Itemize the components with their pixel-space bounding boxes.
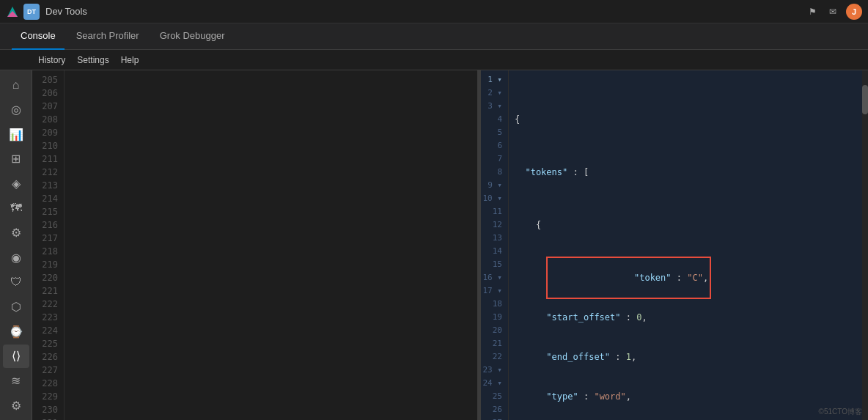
code-line-213 xyxy=(70,416,477,420)
sidebar-graph[interactable]: ⬡ xyxy=(3,295,29,319)
code-line-206 xyxy=(70,139,477,152)
sidebar-siem[interactable]: 🛡 xyxy=(3,270,29,294)
ln-206: 206 xyxy=(32,86,58,100)
ln-205: 205 xyxy=(32,73,58,86)
ln-207: 207 xyxy=(32,100,58,113)
ln-208: 208 xyxy=(32,113,58,126)
left-pane-content: 205 206 207 208 209 210 211 212 213 214 … xyxy=(32,70,477,420)
top-bar: DT Dev Tools ⚑ ✉ J xyxy=(0,0,868,23)
left-line-numbers: 205 206 207 208 209 210 211 212 213 214 … xyxy=(32,70,65,420)
rcode-2: "tokens" : [ xyxy=(515,166,862,179)
code-line-205 xyxy=(70,100,477,113)
rln-24: 24 ▾ xyxy=(481,377,502,390)
tab-search-profiler[interactable]: Search Profiler xyxy=(67,23,148,50)
nav-tabs: Console Search Profiler Grok Debugger xyxy=(0,23,868,50)
ln-224: 224 xyxy=(32,324,58,337)
rln-23: 23 ▾ xyxy=(481,364,502,377)
sidebar-apm[interactable]: ◉ xyxy=(3,246,29,269)
share-icon[interactable]: ⚑ xyxy=(805,4,820,19)
main-layout: ⌂ ◎ 📊 ⊞ ◈ 🗺 ⚙ ◉ 🛡 ⬡ ⌚ ⟨⟩ ≋ ⚙ 205 206 207… xyxy=(0,70,868,420)
rln-7: 7 xyxy=(481,152,502,166)
ln-211: 211 xyxy=(32,152,58,166)
ln-210: 210 xyxy=(32,139,58,152)
ln-229: 229 xyxy=(32,390,58,403)
nav-help[interactable]: Help xyxy=(115,55,145,65)
tab-console[interactable]: Console xyxy=(12,23,65,50)
secondary-nav: History Settings Help xyxy=(0,50,868,70)
right-code-container[interactable]: 1 ▾ 2 ▾ 3 ▾ 4 5 6 7 8 9 ▾ 10 ▾ 11 12 13 … xyxy=(481,70,868,420)
rln-16: 16 ▾ xyxy=(481,271,502,284)
token-box-1: "token" : "C", xyxy=(546,257,711,299)
ln-215: 215 xyxy=(32,205,58,218)
top-bar-actions: ⚑ ✉ J xyxy=(805,4,862,20)
ln-213: 213 xyxy=(32,179,58,192)
rcode-5: "start_offset" : 0, xyxy=(515,311,862,324)
sidebar-visualize[interactable]: 📊 xyxy=(3,122,29,146)
left-pane: 205 206 207 208 209 210 211 212 213 214 … xyxy=(32,70,478,420)
app-title: Dev Tools xyxy=(45,6,805,17)
right-pane-content: 1 ▾ 2 ▾ 3 ▾ 4 5 6 7 8 9 ▾ 10 ▾ 11 12 13 … xyxy=(481,70,868,420)
code-line-211 xyxy=(70,337,477,350)
sidebar-settings[interactable]: ⚙ xyxy=(3,394,29,417)
sidebar: ⌂ ◎ 📊 ⊞ ◈ 🗺 ⚙ ◉ 🛡 ⬡ ⌚ ⟨⟩ ≋ ⚙ xyxy=(0,70,32,420)
rcode-7: "type" : "word", xyxy=(515,390,862,403)
rcode-6: "end_offset" : 1, xyxy=(515,350,862,364)
rln-15: 15 xyxy=(481,258,502,271)
scrollbar-thumb xyxy=(862,85,868,114)
nav-history[interactable]: History xyxy=(32,55,71,65)
ln-212: 212 xyxy=(32,166,58,179)
rln-11: 11 xyxy=(481,205,502,218)
left-code-container[interactable]: 205 206 207 208 209 210 211 212 213 214 … xyxy=(32,70,477,420)
notifications-icon[interactable]: ✉ xyxy=(825,4,840,19)
right-code-content[interactable]: { "tokens" : [ { "token" : "C", xyxy=(509,70,862,420)
rln-10: 10 ▾ xyxy=(481,192,502,205)
rln-9: 9 ▾ xyxy=(481,179,502,192)
rln-18: 18 xyxy=(481,298,502,311)
nav-settings[interactable]: Settings xyxy=(71,55,114,65)
ln-220: 220 xyxy=(32,271,58,284)
rln-14: 14 xyxy=(481,245,502,258)
rln-3: 3 ▾ xyxy=(481,100,502,113)
left-code-content[interactable]: ⋮ xyxy=(65,70,477,420)
rln-27: 27 xyxy=(481,416,502,420)
rln-4: 4 xyxy=(481,113,502,126)
ln-225: 225 xyxy=(32,337,58,350)
sidebar-monitoring[interactable]: ≋ xyxy=(3,369,29,393)
sidebar-canvas[interactable]: ◈ xyxy=(3,172,29,196)
rln-26: 26 xyxy=(481,403,502,416)
sidebar-uptime[interactable]: ⌚ xyxy=(3,320,29,343)
rln-6: 6 xyxy=(481,139,502,152)
user-avatar[interactable]: J xyxy=(846,4,862,20)
sidebar-dev-tools[interactable]: ⟨⟩ xyxy=(3,345,29,368)
code-line-208 xyxy=(70,218,477,232)
rln-1: 1 ▾ xyxy=(481,73,502,86)
ln-227: 227 xyxy=(32,364,58,377)
ln-219: 219 xyxy=(32,258,58,271)
sidebar-discover[interactable]: ◎ xyxy=(3,98,29,122)
watermark: ©51CTO博客 xyxy=(819,407,862,417)
ln-223: 223 xyxy=(32,311,58,324)
ln-226: 226 xyxy=(32,350,58,364)
code-line-210 xyxy=(70,298,477,311)
ln-218: 218 xyxy=(32,245,58,258)
sidebar-home[interactable]: ⌂ xyxy=(3,73,29,97)
rln-13: 13 xyxy=(481,232,502,245)
rln-20: 20 xyxy=(481,324,502,337)
ln-209: 209 xyxy=(32,126,58,139)
editor-area: 205 206 207 208 209 210 211 212 213 214 … xyxy=(32,70,868,420)
sidebar-ml[interactable]: ⚙ xyxy=(3,221,29,245)
rln-12: 12 xyxy=(481,218,502,232)
rcode-1: { xyxy=(515,113,862,126)
ln-222: 222 xyxy=(32,298,58,311)
ln-217: 217 xyxy=(32,232,58,245)
rln-25: 25 xyxy=(481,390,502,403)
app-icon: DT xyxy=(23,4,40,20)
rln-8: 8 xyxy=(481,166,502,179)
ln-231: 231 xyxy=(32,416,58,420)
sidebar-maps[interactable]: 🗺 xyxy=(3,196,29,220)
tab-grok-debugger[interactable]: Grok Debugger xyxy=(151,23,234,50)
code-line-209 xyxy=(70,258,477,271)
rcode-3: { xyxy=(515,218,862,232)
right-scrollbar[interactable] xyxy=(862,70,868,420)
sidebar-dashboard[interactable]: ⊞ xyxy=(3,147,29,171)
